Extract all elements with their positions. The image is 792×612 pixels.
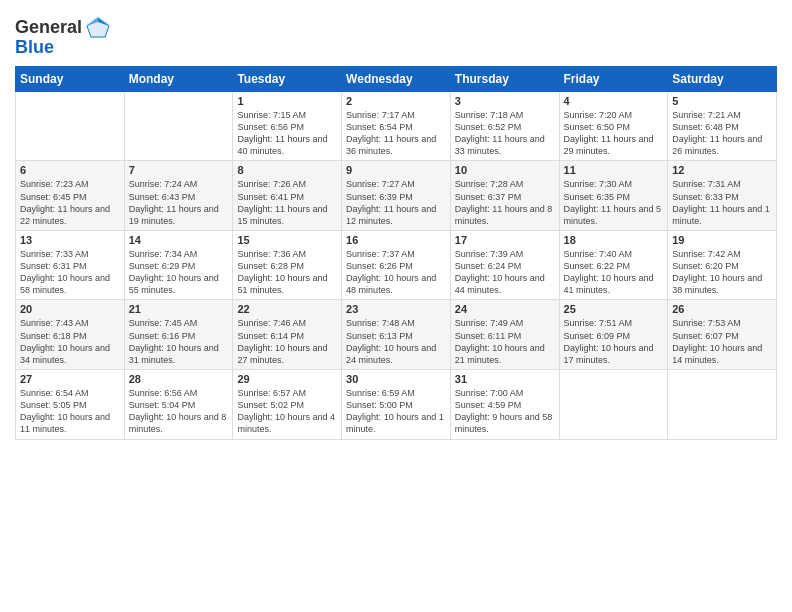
day-info: Sunrise: 6:57 AM Sunset: 5:02 PM Dayligh…: [237, 387, 337, 436]
day-number: 30: [346, 373, 446, 385]
calendar-cell: 10Sunrise: 7:28 AM Sunset: 6:37 PM Dayli…: [450, 161, 559, 231]
day-number: 28: [129, 373, 229, 385]
day-number: 31: [455, 373, 555, 385]
calendar-cell: 4Sunrise: 7:20 AM Sunset: 6:50 PM Daylig…: [559, 91, 668, 161]
calendar-cell: 27Sunrise: 6:54 AM Sunset: 5:05 PM Dayli…: [16, 370, 125, 440]
day-header-friday: Friday: [559, 66, 668, 91]
calendar-cell: 5Sunrise: 7:21 AM Sunset: 6:48 PM Daylig…: [668, 91, 777, 161]
day-number: 21: [129, 303, 229, 315]
logo: General Blue: [15, 10, 112, 58]
day-number: 11: [564, 164, 664, 176]
day-info: Sunrise: 7:46 AM Sunset: 6:14 PM Dayligh…: [237, 317, 337, 366]
day-info: Sunrise: 7:48 AM Sunset: 6:13 PM Dayligh…: [346, 317, 446, 366]
day-info: Sunrise: 7:51 AM Sunset: 6:09 PM Dayligh…: [564, 317, 664, 366]
day-number: 27: [20, 373, 120, 385]
calendar-cell: 7Sunrise: 7:24 AM Sunset: 6:43 PM Daylig…: [124, 161, 233, 231]
calendar-cell: 22Sunrise: 7:46 AM Sunset: 6:14 PM Dayli…: [233, 300, 342, 370]
calendar-cell: 14Sunrise: 7:34 AM Sunset: 6:29 PM Dayli…: [124, 230, 233, 300]
calendar-week-5: 27Sunrise: 6:54 AM Sunset: 5:05 PM Dayli…: [16, 370, 777, 440]
calendar-cell: [16, 91, 125, 161]
day-info: Sunrise: 7:43 AM Sunset: 6:18 PM Dayligh…: [20, 317, 120, 366]
calendar-cell: 9Sunrise: 7:27 AM Sunset: 6:39 PM Daylig…: [342, 161, 451, 231]
day-number: 17: [455, 234, 555, 246]
logo-icon: [84, 14, 112, 42]
calendar-week-4: 20Sunrise: 7:43 AM Sunset: 6:18 PM Dayli…: [16, 300, 777, 370]
day-number: 15: [237, 234, 337, 246]
calendar-cell: 6Sunrise: 7:23 AM Sunset: 6:45 PM Daylig…: [16, 161, 125, 231]
day-number: 5: [672, 95, 772, 107]
day-info: Sunrise: 7:20 AM Sunset: 6:50 PM Dayligh…: [564, 109, 664, 158]
day-info: Sunrise: 7:30 AM Sunset: 6:35 PM Dayligh…: [564, 178, 664, 227]
day-number: 22: [237, 303, 337, 315]
calendar-cell: 8Sunrise: 7:26 AM Sunset: 6:41 PM Daylig…: [233, 161, 342, 231]
day-number: 12: [672, 164, 772, 176]
day-info: Sunrise: 7:27 AM Sunset: 6:39 PM Dayligh…: [346, 178, 446, 227]
calendar-cell: 16Sunrise: 7:37 AM Sunset: 6:26 PM Dayli…: [342, 230, 451, 300]
day-number: 2: [346, 95, 446, 107]
calendar-cell: 29Sunrise: 6:57 AM Sunset: 5:02 PM Dayli…: [233, 370, 342, 440]
day-info: Sunrise: 7:53 AM Sunset: 6:07 PM Dayligh…: [672, 317, 772, 366]
day-info: Sunrise: 6:56 AM Sunset: 5:04 PM Dayligh…: [129, 387, 229, 436]
day-number: 25: [564, 303, 664, 315]
day-number: 6: [20, 164, 120, 176]
calendar-cell: 1Sunrise: 7:15 AM Sunset: 6:56 PM Daylig…: [233, 91, 342, 161]
day-info: Sunrise: 7:24 AM Sunset: 6:43 PM Dayligh…: [129, 178, 229, 227]
calendar-cell: 24Sunrise: 7:49 AM Sunset: 6:11 PM Dayli…: [450, 300, 559, 370]
calendar-cell: [668, 370, 777, 440]
calendar-cell: 23Sunrise: 7:48 AM Sunset: 6:13 PM Dayli…: [342, 300, 451, 370]
day-number: 26: [672, 303, 772, 315]
day-number: 23: [346, 303, 446, 315]
day-number: 29: [237, 373, 337, 385]
calendar-week-2: 6Sunrise: 7:23 AM Sunset: 6:45 PM Daylig…: [16, 161, 777, 231]
day-info: Sunrise: 7:42 AM Sunset: 6:20 PM Dayligh…: [672, 248, 772, 297]
header: General Blue: [15, 10, 777, 58]
day-info: Sunrise: 7:39 AM Sunset: 6:24 PM Dayligh…: [455, 248, 555, 297]
day-info: Sunrise: 7:15 AM Sunset: 6:56 PM Dayligh…: [237, 109, 337, 158]
calendar-cell: [559, 370, 668, 440]
calendar-cell: 26Sunrise: 7:53 AM Sunset: 6:07 PM Dayli…: [668, 300, 777, 370]
calendar-cell: 3Sunrise: 7:18 AM Sunset: 6:52 PM Daylig…: [450, 91, 559, 161]
calendar-cell: 31Sunrise: 7:00 AM Sunset: 4:59 PM Dayli…: [450, 370, 559, 440]
calendar-cell: 15Sunrise: 7:36 AM Sunset: 6:28 PM Dayli…: [233, 230, 342, 300]
calendar-cell: [124, 91, 233, 161]
day-header-thursday: Thursday: [450, 66, 559, 91]
day-info: Sunrise: 7:40 AM Sunset: 6:22 PM Dayligh…: [564, 248, 664, 297]
day-info: Sunrise: 7:45 AM Sunset: 6:16 PM Dayligh…: [129, 317, 229, 366]
day-info: Sunrise: 6:54 AM Sunset: 5:05 PM Dayligh…: [20, 387, 120, 436]
day-info: Sunrise: 7:21 AM Sunset: 6:48 PM Dayligh…: [672, 109, 772, 158]
day-number: 8: [237, 164, 337, 176]
day-number: 4: [564, 95, 664, 107]
day-number: 16: [346, 234, 446, 246]
day-number: 20: [20, 303, 120, 315]
day-number: 10: [455, 164, 555, 176]
page: General Blue Sunday: [0, 0, 792, 612]
day-header-saturday: Saturday: [668, 66, 777, 91]
calendar-cell: 30Sunrise: 6:59 AM Sunset: 5:00 PM Dayli…: [342, 370, 451, 440]
calendar-cell: 17Sunrise: 7:39 AM Sunset: 6:24 PM Dayli…: [450, 230, 559, 300]
day-header-sunday: Sunday: [16, 66, 125, 91]
calendar-cell: 13Sunrise: 7:33 AM Sunset: 6:31 PM Dayli…: [16, 230, 125, 300]
calendar-cell: 21Sunrise: 7:45 AM Sunset: 6:16 PM Dayli…: [124, 300, 233, 370]
calendar-cell: 20Sunrise: 7:43 AM Sunset: 6:18 PM Dayli…: [16, 300, 125, 370]
day-info: Sunrise: 6:59 AM Sunset: 5:00 PM Dayligh…: [346, 387, 446, 436]
calendar-cell: 25Sunrise: 7:51 AM Sunset: 6:09 PM Dayli…: [559, 300, 668, 370]
logo-text-general: General: [15, 18, 82, 38]
day-number: 13: [20, 234, 120, 246]
day-number: 14: [129, 234, 229, 246]
day-info: Sunrise: 7:28 AM Sunset: 6:37 PM Dayligh…: [455, 178, 555, 227]
calendar-header-row: SundayMondayTuesdayWednesdayThursdayFrid…: [16, 66, 777, 91]
day-number: 1: [237, 95, 337, 107]
day-number: 19: [672, 234, 772, 246]
day-info: Sunrise: 7:26 AM Sunset: 6:41 PM Dayligh…: [237, 178, 337, 227]
logo-text-blue: Blue: [15, 38, 54, 58]
calendar-cell: 2Sunrise: 7:17 AM Sunset: 6:54 PM Daylig…: [342, 91, 451, 161]
day-number: 7: [129, 164, 229, 176]
day-info: Sunrise: 7:36 AM Sunset: 6:28 PM Dayligh…: [237, 248, 337, 297]
day-info: Sunrise: 7:37 AM Sunset: 6:26 PM Dayligh…: [346, 248, 446, 297]
day-info: Sunrise: 7:33 AM Sunset: 6:31 PM Dayligh…: [20, 248, 120, 297]
calendar-cell: 11Sunrise: 7:30 AM Sunset: 6:35 PM Dayli…: [559, 161, 668, 231]
day-info: Sunrise: 7:23 AM Sunset: 6:45 PM Dayligh…: [20, 178, 120, 227]
day-number: 18: [564, 234, 664, 246]
day-info: Sunrise: 7:17 AM Sunset: 6:54 PM Dayligh…: [346, 109, 446, 158]
calendar-cell: 28Sunrise: 6:56 AM Sunset: 5:04 PM Dayli…: [124, 370, 233, 440]
